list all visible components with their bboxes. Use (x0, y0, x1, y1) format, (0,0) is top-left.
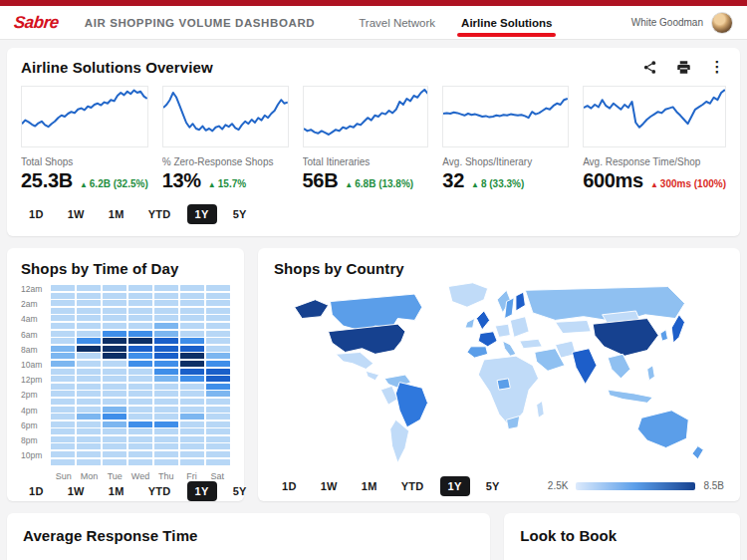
heatmap-cell[interactable] (77, 407, 101, 413)
heatmap-cell[interactable] (103, 376, 126, 382)
heatmap-cell[interactable] (51, 338, 75, 344)
heatmap-cell[interactable] (206, 376, 230, 382)
time-range-ytd-button[interactable]: YTD (140, 481, 179, 501)
heatmap-cell[interactable] (51, 399, 75, 405)
heatmap-cell[interactable] (206, 421, 230, 427)
heatmap-cell[interactable] (206, 315, 230, 321)
heatmap-cell[interactable] (154, 323, 178, 329)
heatmap-cell[interactable] (77, 346, 101, 352)
heatmap-cell[interactable] (128, 421, 152, 427)
country-central-america[interactable] (366, 371, 378, 380)
user-avatar[interactable] (711, 12, 733, 34)
country-uk[interactable] (476, 311, 489, 330)
heatmap-cell[interactable] (180, 308, 204, 314)
heatmap-cell[interactable] (128, 308, 152, 314)
kebab-menu-icon[interactable]: ⋮ (708, 58, 726, 76)
country-india[interactable] (572, 349, 596, 385)
heatmap-cell[interactable] (206, 331, 230, 337)
time-range-1d-button[interactable]: 1D (274, 476, 305, 496)
heatmap-cell[interactable] (180, 436, 204, 442)
heatmap-cell[interactable] (128, 369, 152, 375)
heatmap-cell[interactable] (154, 285, 178, 291)
heatmap-cell[interactable] (180, 361, 204, 367)
country-ireland[interactable] (465, 319, 474, 328)
heatmap-cell[interactable] (154, 293, 178, 299)
heatmap-cell[interactable] (154, 428, 178, 434)
time-range-ytd-button[interactable]: YTD (393, 476, 432, 496)
heatmap-cell[interactable] (154, 338, 178, 344)
heatmap-cell[interactable] (154, 459, 178, 465)
heatmap-cell[interactable] (206, 353, 230, 359)
heatmap-cell[interactable] (180, 300, 204, 306)
heatmap-cell[interactable] (154, 391, 178, 397)
heatmap-cell[interactable] (51, 331, 75, 337)
share-icon[interactable] (640, 58, 658, 76)
heatmap-cell[interactable] (103, 300, 126, 306)
time-range-1d-button[interactable]: 1D (21, 481, 52, 501)
heatmap-cell[interactable] (128, 443, 152, 449)
heatmap-cell[interactable] (103, 361, 126, 367)
heatmap-cell[interactable] (103, 331, 126, 337)
heatmap-cell[interactable] (180, 443, 204, 449)
heatmap-cell[interactable] (51, 391, 75, 397)
heatmap-cell[interactable] (206, 293, 230, 299)
heatmap-cell[interactable] (128, 376, 152, 382)
country-nigeria[interactable] (497, 379, 510, 390)
heatmap-cell[interactable] (77, 443, 101, 449)
heatmap-cell[interactable] (206, 323, 230, 329)
heatmap-cell[interactable] (154, 384, 178, 390)
heatmap-cell[interactable] (103, 384, 126, 390)
heatmap-cell[interactable] (103, 399, 126, 405)
heatmap-cell[interactable] (180, 421, 204, 427)
heatmap-cell[interactable] (51, 315, 75, 321)
heatmap-cell[interactable] (206, 384, 230, 390)
heatmap-cell[interactable] (51, 285, 75, 291)
heatmap-cell[interactable] (154, 331, 178, 337)
heatmap-cell[interactable] (154, 436, 178, 442)
heatmap-cell[interactable] (154, 346, 178, 352)
country-africa[interactable] (478, 356, 538, 427)
heatmap-cell[interactable] (206, 361, 230, 367)
heatmap-cell[interactable] (128, 399, 152, 405)
heatmap-cell[interactable] (180, 323, 204, 329)
heatmap-cell[interactable] (77, 293, 101, 299)
time-range-1y-button[interactable]: 1Y (187, 204, 217, 224)
heatmap-cell[interactable] (206, 369, 230, 375)
heatmap-cell[interactable] (77, 459, 101, 465)
time-range-1m-button[interactable]: 1M (101, 481, 132, 501)
heatmap-cell[interactable] (77, 436, 101, 442)
heatmap-cell[interactable] (154, 300, 178, 306)
country-philippines[interactable] (647, 366, 655, 381)
heatmap-cell[interactable] (77, 353, 101, 359)
time-range-ytd-button[interactable]: YTD (140, 204, 179, 224)
tab-travel-network[interactable]: Travel Network (359, 6, 435, 39)
heatmap-cell[interactable] (51, 361, 75, 367)
heatmap-cell[interactable] (77, 376, 101, 382)
heatmap-cell[interactable] (128, 451, 152, 457)
print-icon[interactable] (674, 58, 692, 76)
heatmap-cell[interactable] (128, 459, 152, 465)
heatmap-cell[interactable] (51, 421, 75, 427)
time-range-1w-button[interactable]: 1W (60, 481, 93, 501)
country-italy[interactable] (503, 341, 516, 356)
heatmap-cell[interactable] (103, 451, 126, 457)
heatmap-cell[interactable] (180, 459, 204, 465)
country-france[interactable] (478, 332, 497, 347)
heatmap-cell[interactable] (128, 300, 152, 306)
country-korea[interactable] (660, 330, 668, 341)
heatmap-cell[interactable] (206, 436, 230, 442)
heatmap-cell[interactable] (51, 407, 75, 413)
heatmap-cell[interactable] (77, 285, 101, 291)
country-peru[interactable] (380, 386, 397, 405)
sparkline-chart[interactable] (583, 86, 726, 147)
country-germany[interactable] (495, 324, 510, 337)
heatmap-cell[interactable] (180, 285, 204, 291)
heatmap-cell[interactable] (154, 399, 178, 405)
country-se-asia[interactable] (608, 354, 630, 378)
heatmap-cell[interactable] (51, 323, 75, 329)
heatmap-cell[interactable] (77, 391, 101, 397)
country-spain[interactable] (467, 347, 488, 358)
heatmap-cell[interactable] (103, 285, 126, 291)
heatmap-cell[interactable] (103, 407, 126, 413)
heatmap-cell[interactable] (51, 414, 75, 420)
